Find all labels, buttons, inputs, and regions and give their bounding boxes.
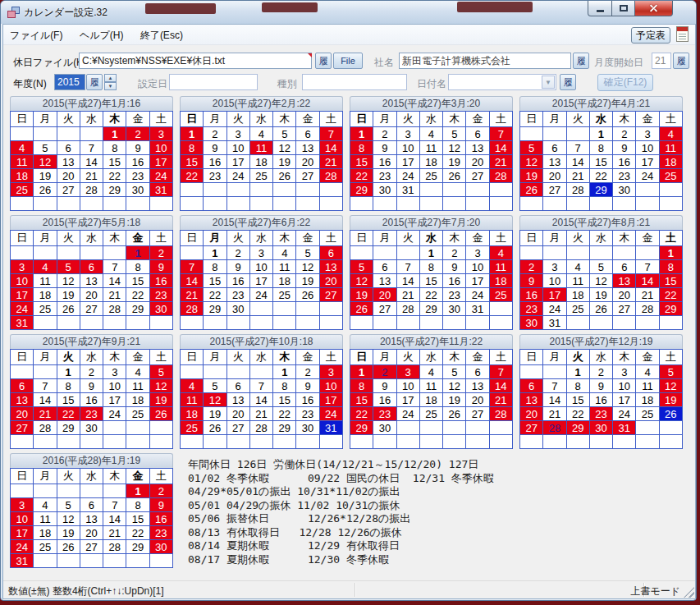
calendar-day-cell[interactable]: 8 <box>350 379 373 393</box>
calendar-day-cell[interactable] <box>319 183 342 197</box>
memo-icon[interactable] <box>676 26 689 42</box>
calendar-day-cell[interactable]: 1 <box>57 365 80 379</box>
calendar-day-cell[interactable]: 24 <box>396 407 419 421</box>
calendar-day-cell[interactable]: 26 <box>443 169 466 183</box>
calendar-day-cell[interactable]: 5 <box>350 260 373 274</box>
calendar-day-cell[interactable]: 28 <box>489 407 512 421</box>
calendar-day-cell[interactable]: 15 <box>204 274 226 288</box>
calendar-day-cell[interactable]: 30 <box>149 540 172 554</box>
calendar-day-cell[interactable]: 12 <box>443 141 466 155</box>
calendar-day-cell[interactable]: 6 <box>373 260 396 274</box>
calendar-day-cell[interactable] <box>543 365 566 379</box>
calendar-day-cell[interactable]: 20 <box>466 393 489 407</box>
calendar-day-cell[interactable]: 26 <box>34 183 57 197</box>
calendar-day-cell[interactable] <box>543 127 566 141</box>
calendar-day-cell[interactable] <box>80 246 103 260</box>
calendar-day-cell[interactable]: 20 <box>319 274 342 288</box>
calendar-day-cell[interactable] <box>566 246 589 260</box>
calendar-day-cell[interactable]: 17 <box>543 288 566 302</box>
calendar-day-cell[interactable]: 31 <box>11 554 34 568</box>
calendar-day-cell[interactable]: 28 <box>489 169 512 183</box>
calendar-day-cell[interactable]: 2 <box>443 246 466 260</box>
calendar-day-cell[interactable]: 30 <box>613 183 636 197</box>
calendar-day-cell[interactable]: 13 <box>373 274 396 288</box>
calendar-day-cell[interactable]: 26 <box>149 407 172 421</box>
calendar-day-cell[interactable]: 25 <box>126 407 149 421</box>
calendar-day-cell[interactable] <box>396 421 419 435</box>
calendar-day-cell[interactable] <box>204 365 226 379</box>
calendar-day-cell[interactable]: 2 <box>613 127 636 141</box>
calendar-day-cell[interactable] <box>273 302 296 316</box>
calendar-day-cell[interactable]: 19 <box>204 407 226 421</box>
calendar-day-cell[interactable] <box>249 365 272 379</box>
calendar-day-cell[interactable] <box>613 316 636 330</box>
calendar-day-cell[interactable] <box>489 421 512 435</box>
calendar-day-cell[interactable] <box>296 316 319 330</box>
calendar-day-cell[interactable] <box>80 484 103 498</box>
calendar-day-cell[interactable]: 29 <box>566 421 589 435</box>
calendar-day-cell[interactable]: 24 <box>11 302 34 316</box>
calendar-day-cell[interactable]: 17 <box>226 155 249 169</box>
calendar-day-cell[interactable]: 9 <box>80 379 103 393</box>
calendar-day-cell[interactable]: 3 <box>11 498 34 512</box>
calendar-day-cell[interactable]: 14 <box>249 393 272 407</box>
calendar-day-cell[interactable] <box>319 197 342 211</box>
calendar-day-cell[interactable]: 31 <box>543 316 566 330</box>
calendar-day-cell[interactable]: 24 <box>543 302 566 316</box>
calendar-day-cell[interactable] <box>34 365 57 379</box>
calendar-day-cell[interactable]: 30 <box>80 421 103 435</box>
confirm-button[interactable]: 確定(F12) <box>597 74 653 91</box>
calendar-day-cell[interactable]: 20 <box>57 169 80 183</box>
calendar-day-cell[interactable]: 28 <box>319 169 342 183</box>
calendar-day-cell[interactable]: 11 <box>659 141 682 155</box>
calendar-day-cell[interactable]: 13 <box>543 155 566 169</box>
calendar-day-cell[interactable]: 11 <box>489 260 512 274</box>
calendar-day-cell[interactable] <box>296 197 319 211</box>
calendar-day-cell[interactable]: 20 <box>543 169 566 183</box>
calendar-day-cell[interactable]: 22 <box>126 526 149 540</box>
calendar-day-cell[interactable] <box>226 365 249 379</box>
calendar-day-cell[interactable]: 10 <box>319 379 342 393</box>
calendar-day-cell[interactable]: 27 <box>613 302 636 316</box>
calendar-day-cell[interactable]: 15 <box>589 155 612 169</box>
calendar-day-cell[interactable]: 11 <box>181 393 204 407</box>
calendar-day-cell[interactable]: 20 <box>373 288 396 302</box>
calendar-day-cell[interactable]: 14 <box>489 141 512 155</box>
calendar-day-cell[interactable] <box>296 435 319 449</box>
calendar-day-cell[interactable] <box>149 197 172 211</box>
calendar-day-cell[interactable] <box>11 246 34 260</box>
calendar-day-cell[interactable] <box>589 197 612 211</box>
calendar-day-cell[interactable] <box>520 127 543 141</box>
calendar-day-cell[interactable]: 23 <box>149 526 172 540</box>
calendar-day-cell[interactable]: 26 <box>659 407 682 421</box>
calendar-day-cell[interactable] <box>34 127 57 141</box>
calendar-day-cell[interactable]: 12 <box>520 155 543 169</box>
calendar-day-cell[interactable] <box>149 316 172 330</box>
calendar-day-cell[interactable]: 28 <box>103 540 126 554</box>
calendar-day-cell[interactable] <box>149 554 172 568</box>
calendar-day-cell[interactable]: 9 <box>296 379 319 393</box>
calendar-day-cell[interactable] <box>543 435 566 449</box>
calendar-day-cell[interactable]: 5 <box>273 127 296 141</box>
calendar-day-cell[interactable]: 6 <box>613 260 636 274</box>
calendar-day-cell[interactable]: 25 <box>419 169 442 183</box>
calendar-day-cell[interactable]: 9 <box>613 141 636 155</box>
calendar-day-cell[interactable]: 17 <box>613 393 636 407</box>
calendar-day-cell[interactable]: 19 <box>350 288 373 302</box>
calendar-day-cell[interactable]: 10 <box>543 274 566 288</box>
calendar-day-cell[interactable]: 7 <box>636 260 659 274</box>
calendar-day-cell[interactable] <box>149 421 172 435</box>
calendar-day-cell[interactable]: 14 <box>566 155 589 169</box>
calendar-day-cell[interactable]: 29 <box>350 183 373 197</box>
calendar-day-cell[interactable]: 27 <box>520 421 543 435</box>
calendar-day-cell[interactable]: 18 <box>489 274 512 288</box>
calendar-day-cell[interactable]: 17 <box>636 155 659 169</box>
calendar-day-cell[interactable] <box>319 316 342 330</box>
calendar-day-cell[interactable]: 16 <box>80 393 103 407</box>
calendar-day-cell[interactable] <box>443 421 466 435</box>
calendar-day-cell[interactable] <box>443 435 466 449</box>
calendar-day-cell[interactable]: 15 <box>126 512 149 526</box>
calendar-day-cell[interactable] <box>226 183 249 197</box>
calendar-day-cell[interactable]: 10 <box>103 379 126 393</box>
calendar-day-cell[interactable]: 26 <box>296 288 319 302</box>
